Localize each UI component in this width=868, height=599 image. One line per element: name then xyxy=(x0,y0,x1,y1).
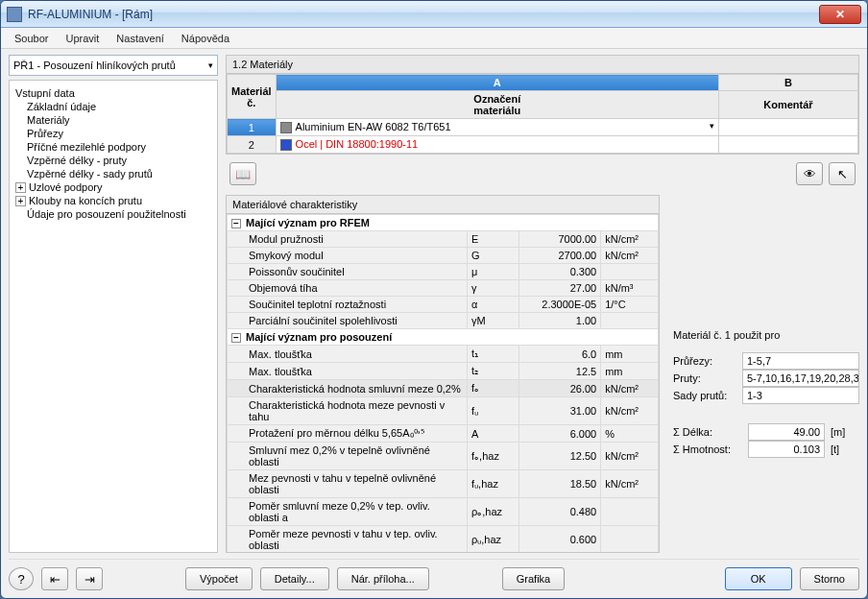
group-header[interactable]: −Mající význam pro RFEM xyxy=(228,215,659,231)
tree-item[interactable]: Materiály xyxy=(13,113,213,127)
table-row[interactable]: 2Ocel | DIN 18800:1990-11 xyxy=(228,136,858,154)
close-button[interactable]: ✕ xyxy=(819,5,861,24)
table-row[interactable]: 1Aluminium EN-AW 6082 T6/T651▾ xyxy=(228,119,858,136)
char-row[interactable]: Parciální součinitel spolehlivostiγM1.00 xyxy=(228,313,659,329)
materials-toolbar: 📖 👁 ↖ xyxy=(226,155,859,195)
char-symbol: t₂ xyxy=(468,363,519,380)
view-button[interactable]: 👁 xyxy=(796,162,823,185)
char-name: Smykový modul xyxy=(228,248,468,264)
group-header[interactable]: −Mající význam pro posouzení xyxy=(228,329,659,346)
char-unit xyxy=(601,526,659,552)
char-row[interactable]: Poissonův součinitelμ0.300 xyxy=(228,264,659,280)
col-b[interactable]: B xyxy=(718,75,857,91)
char-symbol: γM xyxy=(468,313,519,329)
col-a[interactable]: A xyxy=(276,75,718,91)
char-row[interactable]: Charakteristická hodnota meze pevnosti v… xyxy=(228,397,659,425)
main-window: RF-ALUMINIUM - [Rám] ✕ Soubor Upravit Na… xyxy=(0,0,868,599)
char-row[interactable]: Max. tloušťkat₁6.0mm xyxy=(228,346,659,363)
char-unit: kN/cm² xyxy=(601,248,659,264)
import-button[interactable]: ⇤ xyxy=(41,567,68,590)
expand-icon[interactable]: + xyxy=(15,182,26,193)
tree-root[interactable]: Vstupní data xyxy=(13,86,213,100)
char-name: Poměr smluvní meze 0,2% v tep. ovliv. ob… xyxy=(228,498,468,526)
expand-icon[interactable]: + xyxy=(15,196,26,206)
export-icon: ⇥ xyxy=(84,572,95,587)
char-value: 18.50 xyxy=(519,470,601,498)
chevron-down-icon: ▾ xyxy=(208,60,213,70)
char-row[interactable]: Smykový modulG2700.00kN/cm² xyxy=(228,248,659,264)
collapse-icon[interactable]: − xyxy=(231,219,241,228)
info-row: Pruty:5-7,10,16,17,19,20,28,30-32, xyxy=(673,370,859,387)
char-unit: kN/cm² xyxy=(601,397,659,425)
char-row[interactable]: Mez pevnosti v tahu v tepelně ovlivněné … xyxy=(228,470,659,498)
char-name: Objemová tíha xyxy=(228,280,468,297)
titlebar: RF-ALUMINIUM - [Rám] ✕ xyxy=(1,1,867,28)
char-name: Smluvní mez 0,2% v tepelně ovlivněné obl… xyxy=(228,443,468,470)
case-select-text: PŘ1 - Posouzení hliníkových prutů xyxy=(13,60,176,71)
char-unit: kN/cm² xyxy=(601,380,659,397)
char-row[interactable]: Poměr smluvní meze 0,2% v tep. ovliv. ob… xyxy=(228,498,659,526)
menu-upravit[interactable]: Upravit xyxy=(58,31,107,46)
tree-item[interactable]: +Klouby na koncích prutu xyxy=(13,194,213,207)
ok-button[interactable]: OK xyxy=(725,567,792,590)
info-row: Průřezy:1-5,7 xyxy=(673,352,859,370)
char-unit xyxy=(601,498,659,526)
library-button[interactable]: 📖 xyxy=(229,162,256,185)
info-sum-row: Σ Hmotnost:0.103[t] xyxy=(673,441,859,458)
char-row[interactable]: Charakteristická hodnota smluvní meze 0,… xyxy=(228,380,659,397)
info-value: 5-7,10,16,17,19,20,28,30-32, xyxy=(742,370,859,387)
materials-grid: Materiál č. A B Označenímateriálu Koment… xyxy=(226,73,859,155)
menu-napoveda[interactable]: Nápověda xyxy=(174,31,237,46)
tree-item[interactable]: Příčné mezilehlé podpory xyxy=(13,140,213,154)
eye-icon: 👁 xyxy=(804,167,816,181)
tree-item[interactable]: Vzpěrné délky - pruty xyxy=(13,154,213,167)
comment-cell[interactable] xyxy=(718,136,857,154)
chevron-down-icon[interactable]: ▾ xyxy=(710,121,714,131)
case-select[interactable]: PŘ1 - Posouzení hliníkových prutů ▾ xyxy=(9,55,218,76)
export-button[interactable]: ⇥ xyxy=(76,567,103,590)
char-row[interactable]: Smluvní mez 0,2% v tepelně ovlivněné obl… xyxy=(228,443,659,470)
calc-button[interactable]: Výpočet xyxy=(185,567,253,590)
char-value: 6.000 xyxy=(519,425,601,443)
characteristics-panel: Materiálové charakteristiky −Mající význ… xyxy=(226,195,660,553)
graphics-button[interactable]: Grafika xyxy=(502,567,565,590)
char-symbol: α xyxy=(468,297,519,313)
char-row[interactable]: Objemová tíhaγ27.00kN/m³ xyxy=(228,280,659,297)
left-panel: PŘ1 - Posouzení hliníkových prutů ▾ Vstu… xyxy=(9,55,218,553)
national-annex-button[interactable]: Nár. příloha... xyxy=(337,567,429,590)
char-value: 0.600 xyxy=(519,526,601,552)
pick-button[interactable]: ↖ xyxy=(829,162,856,185)
tree-item[interactable]: Průřezy xyxy=(13,127,213,140)
details-button[interactable]: Detaily... xyxy=(260,567,329,590)
material-cell[interactable]: Ocel | DIN 18800:1990-11 xyxy=(276,136,718,154)
char-unit xyxy=(601,313,659,329)
menu-soubor[interactable]: Soubor xyxy=(7,31,56,46)
tree-item[interactable]: Základní údaje xyxy=(13,100,213,113)
char-name: Max. tloušťka xyxy=(228,363,468,380)
info-label: Σ Délka: xyxy=(673,426,748,438)
char-unit: % xyxy=(601,425,659,443)
char-row[interactable]: Max. tloušťkat₂12.5mm xyxy=(228,363,659,380)
char-name: Charakteristická hodnota smluvní meze 0,… xyxy=(228,380,468,397)
tree-item[interactable]: +Uzlové podpory xyxy=(13,180,213,194)
menu-nastaveni[interactable]: Nastavení xyxy=(108,31,172,46)
color-swatch xyxy=(280,139,292,151)
char-row[interactable]: Součinitel teplotní roztažnostiα2.3000E-… xyxy=(228,297,659,313)
char-symbol: ρᵤ,haz xyxy=(468,526,519,552)
cancel-button[interactable]: Storno xyxy=(800,567,859,590)
comment-cell[interactable] xyxy=(718,119,857,136)
char-name: Poměr meze pevnosti v tahu v tep. ovliv.… xyxy=(228,526,468,552)
char-row[interactable]: Modul pružnostiE7000.00kN/cm² xyxy=(228,231,659,248)
cursor-icon: ↖ xyxy=(837,167,848,181)
collapse-icon[interactable]: − xyxy=(231,333,241,343)
char-unit: kN/m³ xyxy=(601,280,659,297)
book-icon: 📖 xyxy=(235,167,251,181)
char-row[interactable]: Protažení pro měrnou délku 5,65A₀⁰˒⁵A6.0… xyxy=(228,425,659,443)
characteristics-scroll[interactable]: −Mající význam pro RFEMModul pružnostiE7… xyxy=(227,214,659,552)
tree-item[interactable]: Vzpěrné délky - sady prutů xyxy=(13,167,213,180)
char-row[interactable]: Poměr meze pevnosti v tahu v tep. ovliv.… xyxy=(228,526,659,552)
tree-item[interactable]: Údaje pro posouzení použitelnosti xyxy=(13,207,213,221)
material-cell[interactable]: Aluminium EN-AW 6082 T6/T651▾ xyxy=(276,119,718,136)
help-button[interactable]: ? xyxy=(9,567,34,590)
window-title: RF-ALUMINIUM - [Rám] xyxy=(28,8,153,21)
